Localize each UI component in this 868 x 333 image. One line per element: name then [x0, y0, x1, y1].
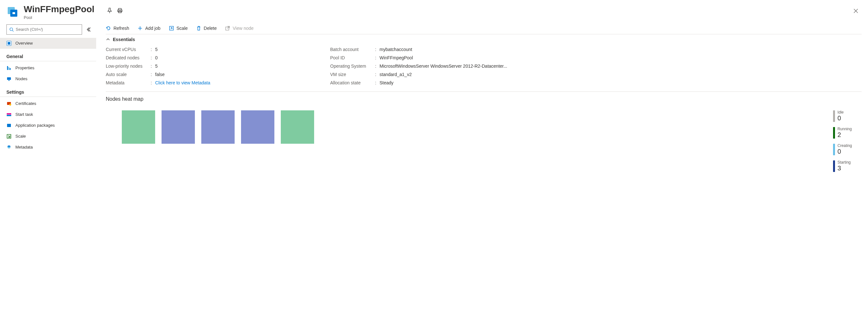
- delete-button[interactable]: Delete: [196, 26, 217, 31]
- legend-color-idle: [833, 110, 835, 122]
- ess-label: Allocation state: [330, 80, 375, 85]
- ess-value-auto-scale: false: [155, 72, 165, 77]
- view-node-button: View node: [225, 26, 253, 31]
- svg-point-6: [10, 28, 13, 31]
- legend-creating: Creating 0: [833, 144, 852, 155]
- svg-rect-13: [8, 80, 10, 81]
- certificates-icon: [6, 101, 11, 106]
- essentials-toggle[interactable]: Essentials: [106, 34, 862, 43]
- svg-rect-16: [7, 113, 11, 114]
- ess-value-low-priority-nodes: 5: [155, 63, 158, 68]
- open-icon: [225, 26, 230, 31]
- essentials-title: Essentials: [113, 37, 135, 42]
- sidebar-item-properties[interactable]: Properties: [0, 62, 96, 74]
- ess-value-vm-size: standard_a1_v2: [379, 72, 411, 77]
- page-title: WinFFmpegPool: [24, 4, 95, 15]
- legend-label: Running: [838, 127, 852, 131]
- sidebar-item-nodes[interactable]: Nodes: [0, 74, 96, 84]
- add-job-button[interactable]: Add job: [137, 26, 160, 31]
- legend-color-creating: [833, 144, 835, 155]
- svg-rect-9: [7, 66, 8, 70]
- legend-value-running: 2: [838, 131, 852, 138]
- legend-label: Creating: [838, 144, 852, 148]
- sidebar-item-start-task[interactable]: Start task: [0, 109, 96, 120]
- toolbar-label: Delete: [204, 26, 217, 31]
- ess-label: VM size: [330, 72, 375, 77]
- sidebar-item-scale[interactable]: Scale: [0, 131, 96, 142]
- legend-color-running: [833, 127, 835, 139]
- node-tile-running[interactable]: [281, 110, 314, 144]
- svg-rect-12: [7, 77, 11, 80]
- node-tile-starting[interactable]: [161, 110, 195, 144]
- svg-rect-8: [8, 42, 10, 45]
- collapse-sidebar-icon[interactable]: [86, 27, 91, 32]
- application-packages-icon: [6, 123, 11, 128]
- svg-rect-2: [12, 12, 15, 14]
- svg-rect-18: [7, 124, 11, 127]
- ess-value-allocation-state: Steady: [379, 80, 394, 85]
- properties-icon: [6, 65, 11, 71]
- sidebar-item-certificates[interactable]: Certificates: [0, 98, 96, 109]
- pin-icon[interactable]: [107, 8, 113, 13]
- sidebar-item-label: Overview: [16, 41, 33, 46]
- refresh-button[interactable]: Refresh: [106, 26, 129, 31]
- ess-label: Low-priority nodes: [106, 63, 151, 68]
- search-input-wrapper[interactable]: [6, 24, 82, 35]
- legend-value-starting: 3: [838, 165, 851, 172]
- legend-label: Idle: [838, 110, 844, 114]
- nodes-icon: [6, 76, 11, 82]
- toolbar-label: Scale: [177, 26, 188, 31]
- sidebar-item-metadata[interactable]: Metadata: [0, 142, 96, 153]
- ess-label: Auto scale: [106, 72, 151, 77]
- search-icon: [9, 27, 14, 32]
- toolbar-label: Refresh: [114, 26, 129, 31]
- scale-button[interactable]: Scale: [169, 26, 188, 31]
- sidebar-item-label: Metadata: [16, 145, 33, 149]
- heatmap-title: Nodes heat map: [106, 92, 862, 110]
- node-tile-running[interactable]: [122, 110, 155, 144]
- start-task-icon: [6, 112, 11, 117]
- svg-rect-11: [10, 68, 10, 70]
- ess-label: Operating System: [330, 63, 375, 68]
- sidebar-item-overview[interactable]: Overview: [0, 38, 96, 49]
- sidebar-item-label: Scale: [16, 134, 26, 139]
- ess-value-batch-account: mybatchaccount: [379, 47, 412, 52]
- sidebar-section-settings: Settings: [0, 84, 96, 97]
- ess-label: Pool ID: [330, 55, 375, 60]
- ess-label: Metadata: [106, 80, 151, 85]
- node-tile-starting[interactable]: [241, 110, 274, 144]
- refresh-icon: [106, 26, 111, 31]
- print-icon[interactable]: [117, 8, 123, 13]
- search-input[interactable]: [16, 27, 79, 32]
- ess-label: Batch account: [330, 47, 375, 52]
- sidebar-item-application-packages[interactable]: Application packages: [0, 120, 96, 131]
- heatmap-nodes: [122, 110, 314, 144]
- legend-value-idle: 0: [838, 114, 844, 121]
- svg-point-15: [9, 104, 11, 106]
- ess-value-os: MicrosoftWindowsServer WindowsServer 201…: [379, 63, 507, 68]
- plus-icon: [137, 26, 143, 31]
- ess-value-current-vcpus: 5: [155, 47, 158, 52]
- sidebar-item-label: Certificates: [16, 101, 36, 106]
- close-icon[interactable]: [853, 8, 858, 15]
- command-bar: Refresh Add job Scale: [106, 24, 862, 34]
- ess-value-dedicated-nodes: 0: [155, 55, 158, 60]
- ess-value-pool-id: WinFFmpegPool: [379, 55, 413, 60]
- legend-color-starting: [833, 160, 835, 172]
- heatmap-legend: Idle 0 Running 2 Creat: [833, 110, 852, 172]
- essentials-panel: Current vCPUs : 5 Dedicated nodes : 0 Lo…: [106, 43, 862, 92]
- scale-icon: [169, 26, 174, 31]
- page-subtitle: Pool: [24, 15, 95, 20]
- ess-label: Current vCPUs: [106, 47, 151, 52]
- legend-label: Starting: [838, 160, 851, 165]
- ess-link-metadata[interactable]: Click here to view Metadata: [155, 80, 210, 85]
- sidebar-item-label: Properties: [16, 65, 34, 70]
- svg-rect-17: [7, 115, 11, 116]
- pool-resource-icon: [6, 6, 19, 19]
- node-tile-starting[interactable]: [201, 110, 235, 144]
- legend-starting: Starting 3: [833, 160, 852, 172]
- legend-running: Running 2: [833, 127, 852, 139]
- svg-rect-10: [8, 67, 9, 70]
- chevron-up-icon: [106, 37, 110, 42]
- delete-icon: [196, 26, 201, 31]
